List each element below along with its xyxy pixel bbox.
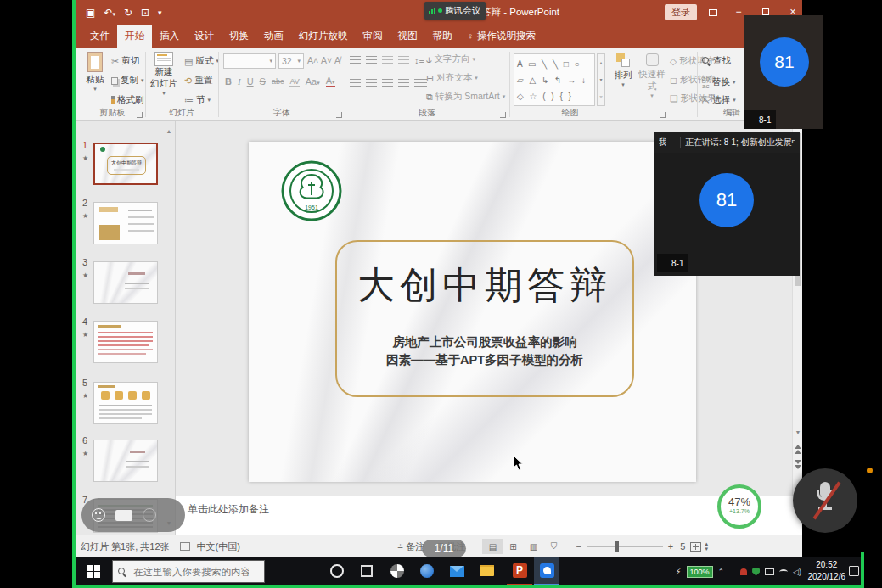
scroll-down-icon[interactable]: ▼: [793, 429, 803, 435]
increase-font-icon[interactable]: A˄: [307, 55, 318, 65]
zoom-in-button[interactable]: +: [668, 541, 673, 552]
align-text-button[interactable]: ⊟对齐文本▾: [426, 72, 478, 84]
shapes-gallery[interactable]: A ▭ ╲ ╲ □ ○ ▱ △ ↳ ↰ → ↓ ◇ ☆ ( ) { }: [514, 53, 595, 106]
tray-expand-icon[interactable]: ⌃: [718, 568, 725, 576]
bullets-icon[interactable]: [350, 56, 361, 65]
arrange-button[interactable]: 排列▾: [610, 53, 636, 88]
thumb-scroll-up-icon[interactable]: ▲: [164, 128, 174, 134]
undo-icon[interactable]: ↶▾: [104, 7, 115, 19]
font-dialog-launcher-icon[interactable]: [336, 112, 342, 118]
zoom-slider[interactable]: [587, 546, 663, 547]
tab-insert[interactable]: 插入: [152, 25, 187, 48]
paste-button[interactable]: 粘贴▾: [82, 52, 108, 92]
search-input[interactable]: [132, 566, 250, 578]
battery-ring-widget[interactable]: 47% +13.7%: [717, 484, 761, 529]
zoom-level[interactable]: 5: [680, 541, 685, 552]
keyboard-icon[interactable]: [115, 510, 132, 521]
slide-thumbnail-2[interactable]: [93, 202, 158, 244]
font-size-combo[interactable]: 32▾: [278, 53, 304, 69]
zoom-out-button[interactable]: −: [576, 541, 581, 552]
tell-me-search[interactable]: ♀操作说明搜索: [460, 25, 544, 48]
notes-placeholder[interactable]: 单击此处添加备注: [188, 502, 269, 517]
font-name-combo[interactable]: ▾: [223, 53, 276, 69]
settings-icon[interactable]: [143, 508, 156, 522]
powerpoint-taskbar-icon[interactable]: P: [507, 557, 532, 585]
justify-icon[interactable]: [398, 79, 409, 88]
text-direction-button[interactable]: ⫝文字方向▾: [426, 53, 475, 65]
pinwheel-app-icon[interactable]: [390, 564, 404, 578]
slide-subtitle-line2[interactable]: 因素——基于APT多因子模型的分析: [337, 351, 632, 369]
video-tile-small[interactable]: 81 8-1: [744, 15, 823, 129]
normal-view-button[interactable]: ▤: [482, 539, 503, 554]
underline-button[interactable]: U: [247, 76, 254, 87]
paragraph-dialog-launcher-icon[interactable]: [500, 112, 506, 118]
meeting-taskbar-icon[interactable]: [534, 557, 559, 585]
cut-button[interactable]: ✂剪切: [111, 55, 139, 67]
notes-toggle[interactable]: ≐备注: [397, 540, 425, 553]
numbering-icon[interactable]: [366, 56, 377, 65]
slide-title[interactable]: 大创中期答辩: [337, 260, 632, 311]
start-button[interactable]: [76, 557, 112, 585]
tray-mic-icon[interactable]: [729, 567, 735, 576]
save-icon[interactable]: ▣: [86, 7, 95, 19]
slide-editor[interactable]: 1951 1951 大创中期答辩 房地产上市公司股票收益率的影响 因素——基于A…: [249, 142, 696, 482]
slide-thumbnail-4[interactable]: [93, 321, 158, 363]
char-spacing-button[interactable]: AV: [289, 77, 299, 87]
slide-thumbnail-5[interactable]: [93, 382, 158, 424]
status-spin-buttons[interactable]: ▴▾: [705, 541, 708, 552]
decrease-font-icon[interactable]: A˅: [321, 55, 332, 65]
font-color-button[interactable]: A▾: [326, 76, 335, 87]
find-button[interactable]: 查找: [702, 55, 731, 67]
reading-view-button[interactable]: ▥: [523, 539, 543, 554]
tab-design[interactable]: 设计: [187, 25, 222, 48]
tray-person-icon[interactable]: [740, 568, 747, 575]
tab-home[interactable]: 开始: [117, 25, 152, 48]
battery-indicator[interactable]: 100%: [687, 566, 713, 578]
tab-animations[interactable]: 动画: [256, 25, 291, 48]
decrease-indent-icon[interactable]: [382, 56, 393, 65]
accessibility-icon[interactable]: [180, 542, 190, 551]
drawing-dialog-launcher-icon[interactable]: [660, 112, 666, 118]
reset-button[interactable]: ⟲重置: [184, 75, 212, 87]
security-shield-icon[interactable]: [752, 568, 760, 576]
copy-button[interactable]: 复制▾: [111, 75, 144, 87]
notes-pane[interactable]: 单击此处添加备注: [176, 496, 802, 535]
select-button[interactable]: ⇱选择▾: [702, 94, 736, 106]
italic-button[interactable]: I: [238, 76, 241, 87]
change-case-button[interactable]: Aa▾: [306, 76, 320, 87]
align-right-icon[interactable]: [382, 79, 393, 88]
slide-thumbnail-3[interactable]: [93, 261, 158, 304]
smartart-button[interactable]: ⧉转换为 SmartArt▾: [426, 91, 505, 103]
mail-icon[interactable]: [450, 566, 464, 577]
line-spacing-icon[interactable]: ↕≡: [414, 55, 424, 65]
previous-slide-button[interactable]: [793, 444, 803, 455]
meeting-status-bar[interactable]: 我 正在讲话: 8-1; 创新创业发展中...: [654, 132, 800, 153]
my-mic-icon[interactable]: [671, 137, 676, 147]
strike-abc-button[interactable]: abc: [272, 77, 284, 86]
tab-help[interactable]: 帮助: [425, 25, 460, 48]
wifi-icon[interactable]: [779, 569, 788, 574]
next-slide-button[interactable]: [793, 459, 803, 470]
strikethrough-button[interactable]: S: [260, 76, 266, 87]
clear-format-icon[interactable]: A̸: [334, 55, 340, 65]
clipboard-dialog-launcher-icon[interactable]: [137, 112, 143, 118]
tab-transitions[interactable]: 切换: [222, 25, 256, 48]
task-view-icon[interactable]: [361, 565, 373, 577]
bold-button[interactable]: B: [225, 76, 232, 87]
taskbar-clock[interactable]: 20:52 2020/12/6: [808, 559, 846, 583]
fit-to-window-icon[interactable]: [690, 542, 701, 552]
slideshow-view-button[interactable]: ⛉: [543, 539, 564, 554]
slide-sorter-view-button[interactable]: ⊞: [503, 539, 523, 554]
tab-file[interactable]: 文件: [82, 25, 117, 48]
taskbar-search[interactable]: [112, 560, 265, 583]
slide-thumbnail-1[interactable]: 大创中期答辩: [93, 143, 158, 185]
tab-review[interactable]: 审阅: [356, 25, 390, 48]
replace-button[interactable]: abac替换▾: [702, 75, 735, 90]
mute-button[interactable]: [793, 468, 857, 533]
video-tile-large[interactable]: 81 8-1: [654, 153, 800, 276]
section-button[interactable]: ≔节▾: [184, 94, 211, 106]
slide-thumbnail-6[interactable]: [93, 440, 158, 482]
quick-styles-button[interactable]: 快速样式▾: [638, 53, 666, 99]
language-indicator[interactable]: 中文(中国): [197, 540, 240, 553]
format-painter-button[interactable]: 格式刷: [111, 94, 144, 106]
